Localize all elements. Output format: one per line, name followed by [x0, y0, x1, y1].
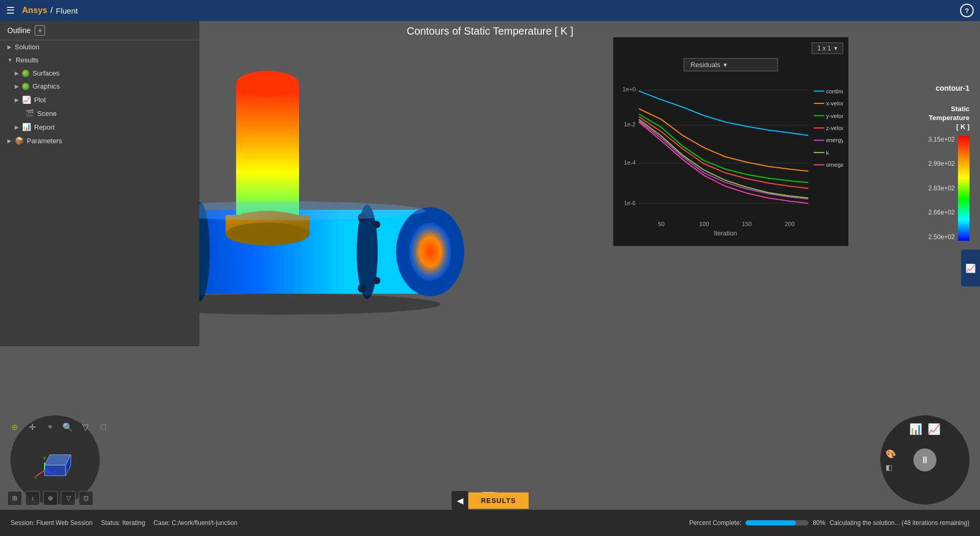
nav-copy-button[interactable]: ⊡: [79, 491, 93, 506]
sidebar-item-label-surfaces: Surfaces: [33, 69, 59, 77]
svg-point-15: [226, 222, 310, 245]
left-panel: Outline + ▶ Solution ▼ Results ▶ Surface…: [0, 21, 199, 346]
case-label: Case: C:/work/fluent/t-junction: [154, 519, 238, 527]
nav-filter2-button[interactable]: ▽: [61, 491, 76, 506]
outline-header: Outline +: [0, 21, 199, 40]
svg-text:k: k: [826, 149, 829, 156]
separator: /: [50, 6, 52, 15]
arrow-solution: ▶: [7, 44, 12, 50]
svg-text:1e-2: 1e-2: [624, 121, 635, 127]
color-bar: [958, 136, 970, 241]
color-value-3: 2.83e+02: [928, 185, 955, 192]
sidebar-item-plot[interactable]: ▶ 📈 Plot: [0, 93, 199, 106]
report-icon: 📊: [22, 123, 31, 131]
scene-icon: 🎬: [25, 109, 34, 117]
svg-text:energy: energy: [826, 137, 843, 143]
sidebar-item-report[interactable]: ▶ 📊 Report: [0, 120, 199, 134]
color-value-2: 2.99e+02: [928, 160, 955, 167]
svg-point-24: [373, 221, 380, 228]
topbar: ☰ Ansys / Fluent ?: [0, 0, 980, 21]
percent-complete: Percent Complete: 80% Calculating the so…: [689, 519, 970, 527]
residuals-svg: 1e+0 1e-2 1e-4 1e-6 50 100 150 200 Itera…: [619, 76, 843, 238]
nav-zoom-fit-button[interactable]: ⊞: [7, 491, 22, 506]
nav-pan-button[interactable]: ↕: [25, 491, 40, 506]
status-label: Status: Iterating: [101, 519, 145, 527]
svg-text:150: 150: [742, 221, 752, 227]
chart-header: 1 x 1 ▾: [619, 42, 843, 54]
arrow-results: ▼: [7, 57, 13, 63]
svg-point-6: [409, 223, 451, 281]
progress-bar-wrapper: [745, 520, 808, 526]
svg-text:z-velocity: z-velocity: [826, 125, 843, 131]
svg-text:1e-6: 1e-6: [624, 200, 635, 206]
sidebar-item-label-plot: Plot: [34, 96, 46, 104]
svg-text:50: 50: [658, 221, 664, 227]
menu-icon[interactable]: ☰: [6, 5, 15, 16]
parameters-icon: 📦: [15, 136, 24, 145]
nav-axes-button[interactable]: ⌖: [43, 420, 57, 434]
surfaces-icon: [22, 70, 29, 77]
right-chart-icon2[interactable]: 📈: [928, 423, 941, 435]
chart-layout-button[interactable]: 1 x 1 ▾: [812, 42, 843, 54]
sidebar-item-results[interactable]: ▼ Results: [0, 53, 199, 67]
outline-add-button[interactable]: +: [35, 25, 45, 36]
bottom-bar: Session: Fluent Web Session Status: Iter…: [0, 510, 980, 536]
nav-zoom2-button[interactable]: ⊕: [43, 491, 58, 506]
help-button[interactable]: ?: [960, 4, 974, 17]
outline-label: Outline: [7, 26, 30, 35]
right-chart-icon1[interactable]: 📊: [909, 423, 922, 435]
session-label: Session: Fluent Web Session: [10, 519, 93, 527]
svg-text:X: X: [34, 475, 37, 480]
arrow-parameters: ▶: [7, 138, 12, 144]
nav-crosshair-button[interactable]: ✛: [25, 420, 39, 434]
sidebar-item-graphics[interactable]: ▶ Graphics: [0, 80, 199, 93]
right-side-icon2[interactable]: ◧: [886, 463, 896, 471]
sidebar-toggle-right[interactable]: 📈: [961, 250, 980, 286]
nav-zoom-button[interactable]: 🔍: [61, 420, 74, 434]
sidebar-item-label-graphics: Graphics: [33, 82, 60, 90]
svg-text:Y: Y: [43, 456, 46, 461]
nav-filter-button[interactable]: ▽: [79, 420, 92, 434]
residuals-chart: 1 x 1 ▾ Residuals ▾ 1e+0 1e-2 1e-4 1e-6 …: [613, 37, 849, 246]
nav-clip-button[interactable]: □: [97, 420, 110, 434]
svg-text:Z: Z: [53, 470, 56, 476]
results-tab-toggle[interactable]: ◀: [452, 491, 468, 510]
svg-text:100: 100: [699, 221, 709, 227]
results-tab-button[interactable]: RESULTS: [468, 492, 529, 509]
calculating-label: Calculating the solution... (48 iteratio…: [829, 519, 970, 527]
svg-text:1e-4: 1e-4: [624, 159, 635, 166]
svg-point-25: [373, 277, 380, 284]
results-tab-area: ◀ RESULTS: [452, 491, 529, 510]
right-side-icon1[interactable]: 🎨: [886, 449, 896, 459]
right-widget: 📊 📈 🎨 ◧ ⏸: [880, 415, 970, 505]
nav-cube-svg: X Y Z: [34, 439, 76, 481]
percent-value: 80%: [813, 519, 825, 527]
chart-icon: 📈: [965, 263, 976, 273]
graphics-icon: [22, 83, 29, 90]
color-value-4: 2.66e+02: [928, 209, 955, 216]
sidebar-item-label-scene: Scene: [37, 110, 57, 117]
sidebar-item-label-parameters: Parameters: [27, 137, 62, 145]
pause-button[interactable]: ⏸: [913, 448, 936, 471]
sidebar-item-scene[interactable]: 🎬 Scene: [0, 106, 199, 120]
svg-text:y-velocity: y-velocity: [826, 113, 843, 119]
contour-label: contour-1: [935, 84, 970, 92]
svg-point-23: [358, 284, 366, 293]
progress-bar: [745, 520, 796, 526]
svg-text:x-velocity: x-velocity: [826, 100, 843, 106]
nav-circle-button[interactable]: ⊕: [7, 420, 21, 434]
nav-toolbar: ⊞ ↕ ⊕ ▽ ⊡: [7, 491, 93, 506]
session-info: Session: Fluent Web Session Status: Iter…: [10, 519, 238, 527]
sidebar-item-label-results: Results: [16, 56, 38, 64]
sidebar-item-label-report: Report: [34, 123, 55, 131]
color-labels: 3.15e+02 2.99e+02 2.83e+02 2.66e+02 2.50…: [928, 136, 955, 241]
chart-type-dropdown[interactable]: Residuals ▾: [684, 58, 778, 71]
sidebar-item-parameters[interactable]: ▶ 📦 Parameters: [0, 134, 199, 147]
sidebar-item-surfaces[interactable]: ▶ Surfaces: [0, 67, 199, 80]
color-bar-wrapper: 3.15e+02 2.99e+02 2.83e+02 2.66e+02 2.50…: [928, 136, 970, 241]
svg-line-58: [37, 470, 45, 476]
chart-canvas: 1e+0 1e-2 1e-4 1e-6 50 100 150 200 Itera…: [619, 76, 843, 238]
color-value-5: 2.50e+02: [928, 233, 955, 241]
sidebar-item-solution[interactable]: ▶ Solution: [0, 40, 199, 53]
svg-text:1e+0: 1e+0: [622, 86, 635, 92]
